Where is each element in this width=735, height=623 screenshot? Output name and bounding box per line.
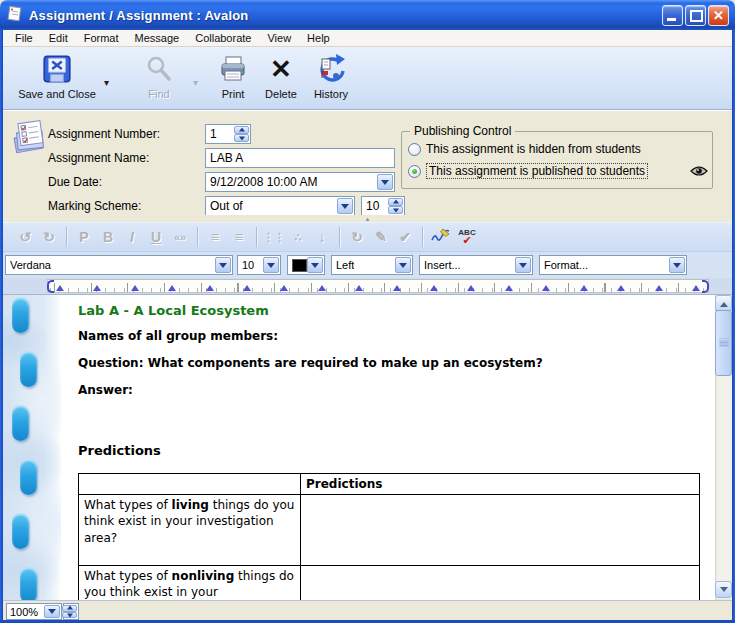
assignment-number-spin-buttons[interactable]	[234, 126, 249, 142]
ruler-tabstops	[56, 281, 700, 291]
due-date-dropdown-icon[interactable]	[377, 174, 393, 190]
document-body[interactable]: Lab A - A Local Ecosystem Names of all g…	[61, 295, 715, 600]
due-date-label: Due Date:	[48, 175, 102, 189]
history-label: History	[314, 88, 348, 100]
accept-icon: ✔	[393, 229, 417, 245]
font-size-combobox[interactable]: 10	[237, 255, 281, 275]
delete-button[interactable]: ✕ Delete	[259, 51, 303, 105]
minimize-button[interactable]	[662, 5, 683, 26]
menu-format[interactable]: Format	[76, 31, 127, 45]
table-row: What types of nonliving things do you th…	[79, 566, 700, 600]
print-button[interactable]: Print	[211, 51, 255, 105]
alignment-dropdown-icon[interactable]	[395, 257, 411, 273]
marking-scheme-dropdown-icon[interactable]	[337, 198, 353, 214]
predictions-heading: Predictions	[78, 443, 715, 458]
font-toolbar: Verdana 10 Left Insert... Format...	[3, 252, 732, 278]
menu-edit[interactable]: Edit	[41, 31, 76, 45]
publishing-control-group: Publishing Control This assignment is hi…	[401, 131, 713, 189]
find-label: Find	[148, 88, 169, 100]
save-dropdown-arrow-icon[interactable]: ▾	[104, 77, 109, 88]
table-row: What types of living things do you think…	[79, 495, 700, 566]
window-title: Assignment / Assignment : Avalon	[29, 8, 248, 23]
main-toolbar: Save and Close ▾ Find ▾	[3, 47, 732, 110]
due-date-combobox[interactable]: 9/12/2008 10:00 AM	[205, 172, 395, 192]
marking-scheme-combobox[interactable]: Out of	[205, 196, 355, 216]
zoom-combobox[interactable]: 100%	[6, 603, 62, 620]
hidden-option-row: This assignment is hidden from students	[408, 142, 641, 156]
font-family-dropdown-icon[interactable]	[215, 257, 231, 273]
marking-points-spin-buttons[interactable]	[388, 198, 403, 214]
assignment-name-input[interactable]	[205, 148, 395, 168]
format-combobox[interactable]: Format...	[539, 255, 687, 275]
zoom-spinner[interactable]	[63, 603, 79, 620]
arrow-down-icon: ↓	[310, 229, 334, 245]
font-size-dropdown-icon[interactable]	[263, 257, 279, 273]
question-line: Question: What components are required t…	[78, 356, 715, 370]
underline-icon: U	[144, 229, 168, 245]
italic-icon: I	[120, 229, 144, 245]
window-border	[0, 30, 3, 623]
indent-triangle-icon: ∴	[286, 231, 310, 244]
scroll-thumb[interactable]	[715, 310, 732, 376]
find-icon	[144, 51, 174, 87]
answer-cell[interactable]	[301, 566, 700, 600]
question-cell: What types of living things do you think…	[79, 495, 301, 566]
hidden-radio[interactable]	[408, 143, 421, 156]
print-icon	[217, 51, 249, 87]
alignment-value: Left	[336, 259, 354, 271]
insert-dropdown-icon[interactable]	[515, 257, 531, 273]
menu-message[interactable]: Message	[127, 31, 188, 45]
collapse-handle[interactable]: ▲	[3, 215, 732, 222]
publishing-control-title: Publishing Control	[410, 124, 515, 138]
alignment-combobox[interactable]: Left	[331, 255, 413, 275]
menu-file[interactable]: File	[7, 31, 41, 45]
answer-cell[interactable]	[301, 495, 700, 566]
hidden-option-label: This assignment is hidden from students	[426, 142, 641, 156]
editor-content[interactable]: Lab A - A Local Ecosystem Names of all g…	[3, 294, 732, 600]
close-button[interactable]: ✕	[708, 5, 729, 26]
published-option-row: This assignment is published to students	[408, 163, 648, 179]
ruler-left-margin-marker	[47, 280, 54, 293]
insert-combobox[interactable]: Insert...	[419, 255, 533, 275]
font-family-combobox[interactable]: Verdana	[5, 255, 233, 275]
font-size-value: 10	[242, 259, 254, 271]
font-color-dropdown-icon[interactable]	[307, 257, 323, 273]
insert-value: Insert...	[424, 259, 461, 271]
assignment-number-label: Assignment Number:	[48, 127, 160, 141]
history-icon	[315, 51, 347, 87]
font-color-combobox[interactable]	[287, 255, 325, 275]
indent-dots-icon: ⋮⋮	[262, 231, 286, 244]
quote-icon: «»	[168, 231, 192, 243]
font-family-value: Verdana	[10, 259, 51, 271]
table-header-empty-cell	[79, 474, 301, 495]
save-and-close-button[interactable]: Save and Close	[11, 51, 103, 105]
ruler	[47, 279, 709, 293]
assignment-form: Assignment Number: 1 Assignment Name: Du…	[3, 110, 732, 215]
due-date-value: 9/12/2008 10:00 AM	[210, 175, 317, 189]
zoom-dropdown-icon[interactable]	[44, 605, 60, 618]
maximize-button[interactable]	[685, 5, 706, 26]
menu-bar: File Edit Format Message Collaborate Vie…	[3, 30, 732, 47]
history-button[interactable]: History	[307, 51, 355, 105]
pencil-icon: ✎	[369, 229, 393, 245]
menu-view[interactable]: View	[259, 31, 299, 45]
published-option-label: This assignment is published to students	[426, 163, 648, 179]
vertical-scrollbar[interactable]	[715, 295, 732, 600]
marking-points-spinner[interactable]: 10	[361, 196, 405, 216]
ruler-band	[3, 278, 732, 294]
signature-icon[interactable]	[428, 227, 454, 247]
zoom-value: 100%	[10, 606, 38, 618]
assignment-number-spinner[interactable]: 1	[205, 124, 251, 144]
published-radio[interactable]	[408, 165, 421, 178]
scroll-down-button[interactable]	[715, 581, 732, 598]
toolbar-separator	[197, 227, 198, 247]
ruler-right-margin-marker	[702, 280, 709, 293]
paragraph-icon: P	[72, 229, 96, 245]
revert-icon: ↻	[345, 229, 369, 245]
menu-help[interactable]: Help	[299, 31, 338, 45]
format-dropdown-icon[interactable]	[669, 257, 685, 273]
menu-collaborate[interactable]: Collaborate	[187, 31, 259, 45]
find-button: Find	[129, 51, 189, 105]
spellcheck-icon[interactable]: ABC ✔	[454, 229, 480, 246]
application-window: Assignment / Assignment : Avalon ✕ File …	[0, 0, 735, 623]
